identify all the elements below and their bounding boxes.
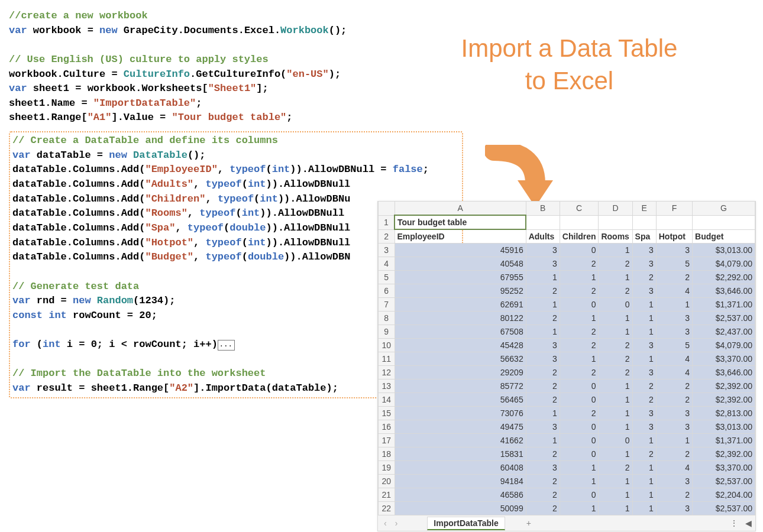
data-row: 34591630133$3,013.00 <box>379 244 755 257</box>
data-row: 122920922234$3,646.00 <box>379 366 755 379</box>
row-2: 2 EmployeeID Adults Children Rooms Spa H… <box>379 229 755 244</box>
data-row: 145646520122$2,392.00 <box>379 393 755 407</box>
data-row: 138577220122$2,392.00 <box>379 379 755 393</box>
data-row: 157307612133$2,813.00 <box>379 407 755 407</box>
data-row: 96750812113$2,437.00 <box>379 325 755 339</box>
data-row: 56795511122$2,292.00 <box>379 271 755 284</box>
row-1: 1 Tour budget table <box>379 215 755 229</box>
collapsed-code-icon[interactable]: ... <box>218 340 235 351</box>
col-header-B[interactable]: B <box>526 202 560 215</box>
col-header-D[interactable]: D <box>599 202 632 215</box>
data-row: 76269110011$1,371.00 <box>379 298 755 312</box>
col-header-C[interactable]: C <box>560 202 599 215</box>
data-row: 88012221113$2,537.00 <box>379 312 755 325</box>
title-cell[interactable]: Tour budget table <box>395 215 526 229</box>
column-headers-row: A B C D E F G <box>379 202 755 215</box>
heading-area: Import a Data Table to Excel <box>384 33 754 97</box>
data-row: 104542832235$4,079.00 <box>379 339 755 352</box>
data-row: 115663231214$3,370.00 <box>379 352 755 366</box>
col-header-F[interactable]: F <box>656 202 692 215</box>
spreadsheet-preview: A B C D E F G 1 Tour budget table 2 Empl… <box>377 201 756 407</box>
col-header-A[interactable]: A <box>395 202 526 215</box>
col-header-E[interactable]: E <box>632 202 656 215</box>
data-row: 69525222234$3,646.00 <box>379 284 755 298</box>
diagram-title: Import a Data Table to Excel <box>384 33 754 97</box>
col-header-G[interactable]: G <box>693 202 755 215</box>
data-row: 44054832235$4,079.00 <box>379 257 755 271</box>
